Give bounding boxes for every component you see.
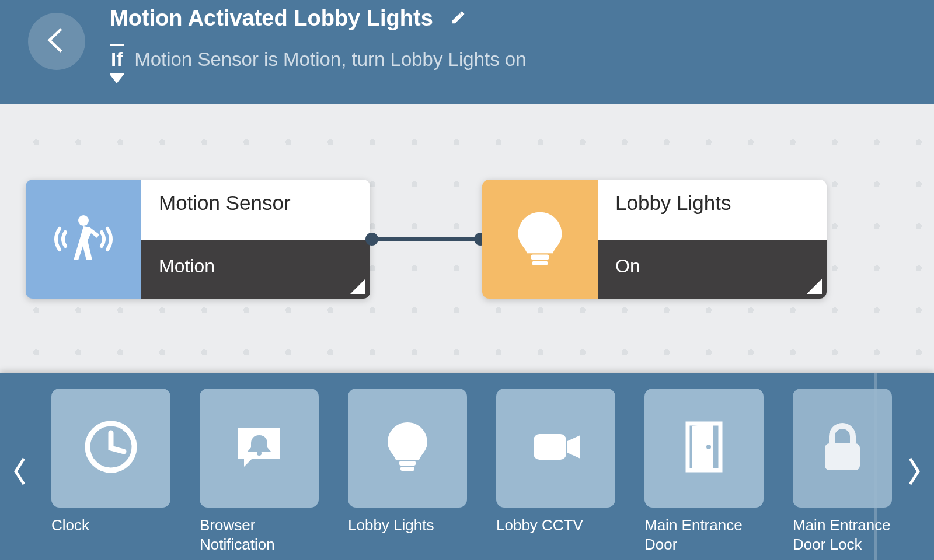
clock-icon [82, 418, 140, 478]
tray-scroll-left[interactable] [7, 455, 33, 490]
tray-item-label: Lobby CCTV [496, 516, 615, 535]
rule-canvas[interactable]: Motion Sensor Motion Lobby Lights On [0, 104, 934, 373]
condition-text: Motion Sensor is Motion, turn Lobby Ligh… [134, 48, 526, 71]
tray-tiles: Clock Browser Notification Lobby Lights … [51, 388, 912, 554]
node-connector [371, 237, 481, 242]
action-node[interactable]: Lobby Lights On [482, 180, 827, 299]
header: Motion Activated Lobby Lights If Motion … [0, 0, 934, 104]
tray-item-browser-notification[interactable]: Browser Notification [200, 388, 319, 554]
tray-item-label: Browser Notification [200, 516, 319, 554]
bell-icon [230, 418, 288, 478]
condition-prefix: If [110, 44, 124, 75]
tray-item-label: Lobby Lights [348, 516, 467, 535]
lightbulb-icon [482, 180, 598, 299]
door-icon [675, 418, 733, 478]
header-text: Motion Activated Lobby Lights If Motion … [110, 6, 527, 75]
tray-item-clock[interactable]: Clock [51, 388, 170, 554]
condition-row[interactable]: If Motion Sensor is Motion, turn Lobby L… [110, 44, 527, 75]
lightbulb-icon [378, 418, 437, 478]
trigger-node-title: Motion Sensor [141, 180, 370, 240]
back-button[interactable] [28, 13, 85, 70]
trigger-node[interactable]: Motion Sensor Motion [26, 180, 370, 299]
tray-item-main-entrance-door-lock[interactable]: Main Entrance Door Lock [793, 388, 892, 554]
tray-item-main-entrance-door[interactable]: Main Entrance Door [644, 388, 764, 554]
edit-icon[interactable] [451, 10, 466, 27]
trigger-node-state[interactable]: Motion [141, 240, 370, 299]
arrow-left-icon [40, 24, 73, 59]
tray-item-label: Clock [51, 516, 170, 535]
lock-icon [813, 418, 872, 478]
tray-item-label: Main Entrance Door [644, 516, 764, 554]
camera-icon [527, 418, 585, 478]
motion-sensor-icon [26, 180, 141, 299]
action-node-state[interactable]: On [598, 240, 827, 299]
chevron-left-icon [11, 456, 29, 489]
rule-title: Motion Activated Lobby Lights [110, 6, 433, 31]
action-node-title: Lobby Lights [598, 180, 827, 240]
tray-item-lobby-cctv[interactable]: Lobby CCTV [496, 388, 615, 554]
device-tray: Clock Browser Notification Lobby Lights … [0, 373, 934, 560]
tray-item-lobby-lights[interactable]: Lobby Lights [348, 388, 467, 554]
tray-item-label: Main Entrance Door Lock [793, 516, 892, 554]
